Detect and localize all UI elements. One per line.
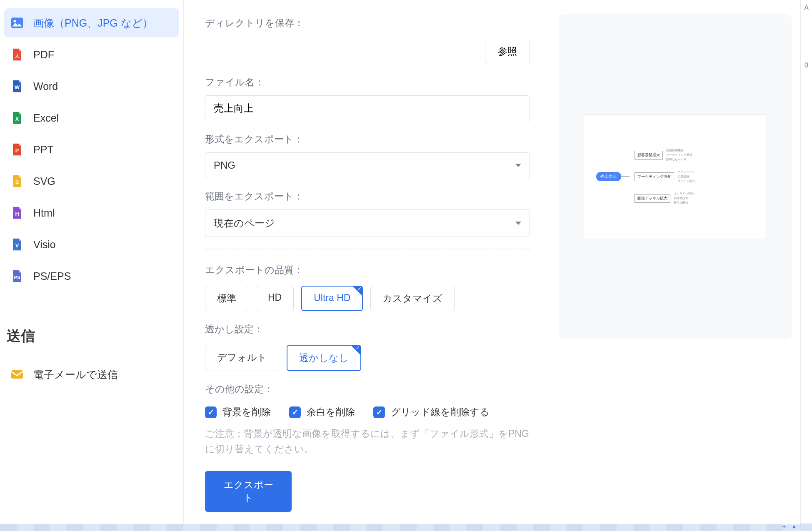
check-label: グリッド線を削除する	[391, 406, 490, 419]
svg-text:人: 人	[15, 53, 20, 59]
transparency-note: ご注意：背景が透明な画像を取得するには、まず「ファイル形式」をPNGに切り替えて…	[205, 426, 530, 457]
preview-panel: 売上向上 顧客基盤拡大 新規顧客獲得 マーケティング施策 顧客リピート率	[559, 14, 792, 339]
form-column: ディレクトリを保存： 参照 ファイル名： 形式をエクスポート： PNG 範囲をエ…	[205, 12, 530, 531]
svg-text:P: P	[15, 147, 19, 154]
sidebar-item-label: Word	[33, 80, 58, 92]
word-icon: W	[10, 79, 24, 93]
app-root: 画像（PNG、JPG など） 人 PDF W Word X Excel P PP…	[0, 0, 812, 531]
mindmap-leaf: 広告出稿	[677, 175, 695, 179]
mindmap-node: 顧客基盤拡大	[635, 151, 663, 160]
sidebar-item-label: SVG	[33, 175, 55, 187]
right-ruler-strip: A 0	[800, 0, 812, 531]
sparkle-icon	[780, 524, 788, 531]
check-remove-grid[interactable]: ✓ グリッド線を削除する	[373, 406, 490, 419]
preview-column: 売上向上 顧客基盤拡大 新規顧客獲得 マーケティング施策 顧客リピート率	[551, 12, 800, 531]
pseps-icon: PS	[10, 269, 24, 283]
quality-options-row: 標準 HD Ultra HD カスタマイズ	[205, 286, 530, 311]
checkbox-checked-icon: ✓	[205, 406, 217, 418]
check-remove-background[interactable]: ✓ 背景を削除	[205, 406, 271, 419]
mindmap-leaf: オンライン強化	[674, 192, 694, 196]
checkbox-checked-icon: ✓	[373, 406, 385, 418]
excel-icon: X	[10, 111, 24, 125]
quality-custom[interactable]: カスタマイズ	[370, 286, 455, 311]
browse-row: 参照	[205, 39, 530, 64]
sidebar-item-label: Html	[33, 207, 55, 219]
export-range-value: 現在のページ	[214, 217, 275, 230]
sidebar-item-html[interactable]: H Html	[4, 198, 179, 227]
sidebar-item-pdf[interactable]: 人 PDF	[4, 40, 179, 69]
mindmap-node: マーケティング強化	[635, 172, 674, 181]
mindmap-connector	[621, 176, 630, 177]
other-settings-row: ✓ 背景を削除 ✓ 余白を削除 ✓ グリッド線を削除する	[205, 406, 530, 419]
mindmap-leaf: マーケティング施策	[666, 153, 692, 157]
svg-text:PS: PS	[14, 275, 20, 280]
check-remove-margin[interactable]: ✓ 余白を削除	[289, 406, 355, 419]
export-quality-label: エクスポートの品質：	[205, 264, 530, 277]
mindmap-branch: 販売チャネル拡大 オンライン強化 実店舗拡大 新市場開拓	[635, 192, 695, 205]
sidebar-item-ppt[interactable]: P PPT	[4, 135, 179, 164]
sidebar-item-svg[interactable]: S SVG	[4, 167, 179, 196]
sidebar-item-excel[interactable]: X Excel	[4, 103, 179, 132]
svg-rect-10	[11, 370, 23, 379]
mindmap-leaf: キャンペーン	[677, 170, 695, 174]
sidebar-item-pseps[interactable]: PS PS/EPS	[4, 262, 179, 291]
sidebar-item-email[interactable]: 電子メールで送信	[4, 360, 179, 389]
save-directory-label: ディレクトリを保存：	[205, 17, 530, 30]
filename-label: ファイル名：	[205, 76, 530, 89]
export-range-select[interactable]: 現在のページ	[205, 209, 530, 237]
sidebar-item-visio[interactable]: V Visio	[4, 230, 179, 259]
svg-text:S: S	[15, 179, 19, 185]
svg-text:X: X	[15, 116, 19, 122]
quality-standard[interactable]: 標準	[205, 286, 248, 311]
chevron-down-icon	[515, 164, 521, 167]
sidebar-item-image[interactable]: 画像（PNG、JPG など）	[4, 8, 179, 37]
quality-hd[interactable]: HD	[256, 286, 294, 311]
svg-text:H: H	[15, 211, 19, 217]
mindmap-branch: 顧客基盤拡大 新規顧客獲得 マーケティング施策 顧客リピート率	[635, 148, 695, 162]
check-label: 背景を削除	[222, 406, 271, 419]
mindmap-preview: 売上向上 顧客基盤拡大 新規顧客獲得 マーケティング施策 顧客リピート率	[596, 148, 755, 205]
filename-input[interactable]	[205, 95, 530, 121]
mindmap-root: 売上向上	[596, 172, 621, 181]
sidebar-item-word[interactable]: W Word	[4, 72, 179, 101]
mindmap-leaf: 新市場開拓	[674, 201, 694, 205]
export-format-select[interactable]: PNG	[205, 152, 530, 178]
check-label: 余白を削除	[307, 406, 355, 419]
svg-rect-0	[11, 17, 23, 28]
mindmap-node: 販売チャネル拡大	[635, 194, 670, 203]
mindmap-leaf: 実店舗拡大	[674, 196, 694, 200]
sidebar: 画像（PNG、JPG など） 人 PDF W Word X Excel P PP…	[0, 0, 183, 531]
sidebar-item-label: PS/EPS	[33, 270, 71, 282]
ruler-tick-label: A	[801, 4, 812, 12]
main-area: ディレクトリを保存： 参照 ファイル名： 形式をエクスポート： PNG 範囲をエ…	[184, 0, 812, 531]
checkbox-checked-icon: ✓	[289, 406, 301, 418]
image-icon	[10, 16, 24, 30]
send-section-header: 送信	[4, 327, 179, 346]
chevron-down-icon	[515, 222, 521, 225]
sparkle-icon	[790, 524, 798, 531]
watermark-default[interactable]: デフォルト	[205, 345, 279, 371]
sidebar-item-label: 画像（PNG、JPG など）	[33, 16, 153, 30]
export-button[interactable]: エクスポート	[205, 471, 292, 512]
quality-ultra-hd[interactable]: Ultra HD	[301, 286, 363, 311]
export-format-value: PNG	[214, 160, 235, 171]
mindmap-leaf: 新規顧客獲得	[666, 148, 692, 152]
email-icon	[10, 367, 24, 381]
dashed-divider	[205, 249, 530, 249]
sidebar-item-label: PPT	[33, 144, 54, 156]
mindmap-branches: 顧客基盤拡大 新規顧客獲得 マーケティング施策 顧客リピート率 マーケティング強…	[635, 148, 695, 205]
export-range-label: 範囲をエクスポート：	[205, 190, 530, 203]
ppt-icon: P	[10, 142, 24, 157]
sidebar-item-label: Excel	[33, 112, 59, 124]
preview-thumbnail: 売上向上 顧客基盤拡大 新規顧客獲得 マーケティング施策 顧客リピート率	[584, 114, 767, 239]
svg-point-1	[14, 20, 16, 22]
ruler-corner	[801, 524, 812, 531]
export-format-label: 形式をエクスポート：	[205, 133, 530, 146]
svg-icon: S	[10, 174, 24, 188]
watermark-label: 透かし設定：	[205, 323, 530, 336]
watermark-none[interactable]: 透かしなし	[287, 345, 361, 371]
ruler-tick-label: 0	[801, 62, 812, 69]
mindmap-leaf: 顧客リピート率	[666, 157, 692, 162]
bottom-ruler	[0, 524, 801, 531]
browse-button[interactable]: 参照	[485, 39, 530, 64]
